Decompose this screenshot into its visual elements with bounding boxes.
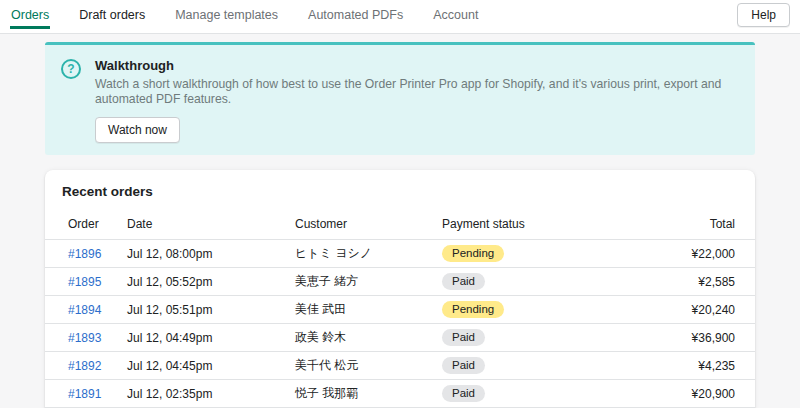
order-link[interactable]: #1896: [68, 247, 101, 261]
question-mark-circle-icon: ?: [61, 59, 81, 79]
orders-table: Order Date Customer Payment status Total…: [45, 209, 755, 408]
payment-status-badge: Paid: [442, 385, 485, 402]
payment-status-badge: Paid: [442, 329, 485, 346]
order-total: ¥2,585: [612, 268, 755, 296]
payment-status-cell: Pending: [442, 296, 612, 324]
banner-body: Watch a short walkthrough of how best to…: [95, 77, 739, 107]
order-cell: #1896: [45, 240, 127, 268]
walkthrough-banner: ? Walkthrough Watch a short walkthrough …: [45, 42, 755, 155]
order-cell: #1893: [45, 324, 127, 352]
order-total: ¥22,000: [612, 240, 755, 268]
order-link[interactable]: #1894: [68, 303, 101, 317]
order-cell: #1892: [45, 352, 127, 380]
recent-orders-card: Recent orders Order Date Customer Paymen…: [45, 170, 755, 408]
order-link[interactable]: #1893: [68, 331, 101, 345]
payment-status-badge: Paid: [442, 273, 485, 290]
order-customer: 美佳 武田: [295, 296, 442, 324]
tab-manage-templates[interactable]: Manage templates: [174, 8, 279, 29]
order-date: Jul 12, 08:00pm: [127, 240, 295, 268]
table-row: #1894Jul 12, 05:51pm美佳 武田Pending¥20,240: [45, 296, 755, 324]
tab-automated-pdfs[interactable]: Automated PDFs: [307, 8, 404, 29]
payment-status-cell: Paid: [442, 380, 612, 408]
payment-status-cell: Paid: [442, 268, 612, 296]
table-row: #1896Jul 12, 08:00pmヒトミ ヨシノPending¥22,00…: [45, 240, 755, 268]
order-customer: 悦子 我那覇: [295, 380, 442, 408]
table-row: #1892Jul 12, 04:45pm美千代 松元Paid¥4,235: [45, 352, 755, 380]
payment-status-cell: Paid: [442, 352, 612, 380]
order-link[interactable]: #1891: [68, 387, 101, 401]
order-cell: #1894: [45, 296, 127, 324]
order-date: Jul 12, 02:35pm: [127, 380, 295, 408]
order-total: ¥4,235: [612, 352, 755, 380]
table-header-row: Order Date Customer Payment status Total: [45, 209, 755, 240]
payment-status-cell: Pending: [442, 240, 612, 268]
order-link[interactable]: #1892: [68, 359, 101, 373]
tab-orders[interactable]: Orders: [10, 8, 50, 29]
table-row: #1893Jul 12, 04:49pm政美 鈴木Paid¥36,900: [45, 324, 755, 352]
order-cell: #1895: [45, 268, 127, 296]
banner-content: Walkthrough Watch a short walkthrough of…: [95, 58, 739, 143]
order-total: ¥20,240: [612, 296, 755, 324]
tab-draft-orders[interactable]: Draft orders: [78, 8, 146, 29]
recent-orders-title: Recent orders: [45, 184, 755, 209]
payment-status-badge: Pending: [442, 245, 504, 262]
order-date: Jul 12, 05:51pm: [127, 296, 295, 324]
order-date: Jul 12, 04:45pm: [127, 352, 295, 380]
watch-now-button[interactable]: Watch now: [95, 117, 180, 143]
order-date: Jul 12, 05:52pm: [127, 268, 295, 296]
col-payment-status: Payment status: [442, 209, 612, 240]
order-cell: #1891: [45, 380, 127, 408]
order-date: Jul 12, 04:49pm: [127, 324, 295, 352]
payment-status-cell: Paid: [442, 324, 612, 352]
payment-status-badge: Paid: [442, 357, 485, 374]
col-order: Order: [45, 209, 127, 240]
tab-account[interactable]: Account: [432, 8, 479, 29]
col-date: Date: [127, 209, 295, 240]
payment-status-badge: Pending: [442, 301, 504, 318]
order-link[interactable]: #1895: [68, 275, 101, 289]
order-customer: ヒトミ ヨシノ: [295, 240, 442, 268]
help-button[interactable]: Help: [737, 3, 790, 27]
order-total: ¥20,900: [612, 380, 755, 408]
order-total: ¥36,900: [612, 324, 755, 352]
col-customer: Customer: [295, 209, 442, 240]
col-total: Total: [612, 209, 755, 240]
table-row: #1895Jul 12, 05:52pm美恵子 緒方Paid¥2,585: [45, 268, 755, 296]
top-navigation: Orders Draft orders Manage templates Aut…: [0, 0, 800, 34]
table-row: #1891Jul 12, 02:35pm悦子 我那覇Paid¥20,900: [45, 380, 755, 408]
banner-title: Walkthrough: [95, 58, 739, 73]
orders-table-body: #1896Jul 12, 08:00pmヒトミ ヨシノPending¥22,00…: [45, 240, 755, 408]
order-customer: 美千代 松元: [295, 352, 442, 380]
order-customer: 美恵子 緒方: [295, 268, 442, 296]
order-customer: 政美 鈴木: [295, 324, 442, 352]
